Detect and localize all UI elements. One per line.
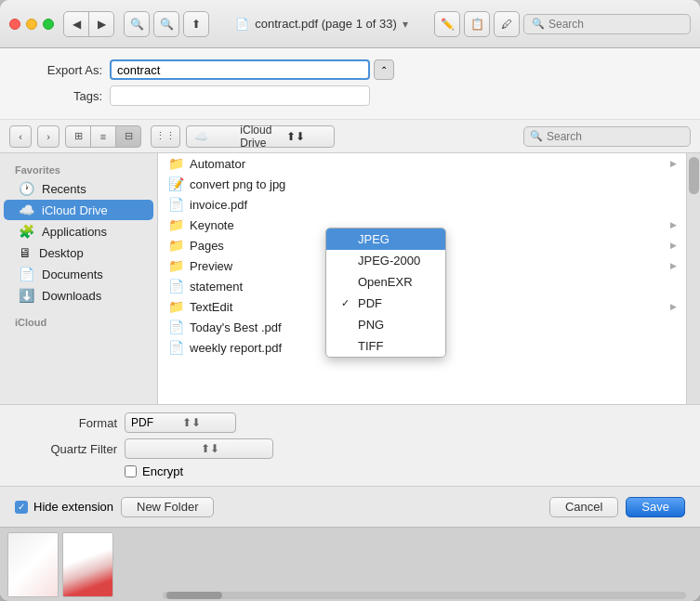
quartz-select[interactable]: ⬆⬇ <box>125 438 273 459</box>
thumb-2[interactable] <box>62 532 113 597</box>
quartz-label: Quartz Filter <box>15 442 117 456</box>
sidebar-item-documents[interactable]: 📄 Documents <box>4 264 153 284</box>
nav-back-button[interactable]: ◀ <box>63 11 89 37</box>
icon-view-button[interactable]: ⊞ <box>65 125 91 148</box>
title-chevron[interactable]: ▾ <box>403 18 408 31</box>
traffic-lights <box>9 19 54 30</box>
sidebar-item-applications[interactable]: 🧩 Applications <box>4 221 153 242</box>
stamp-button[interactable]: 📋 <box>464 11 490 37</box>
gallery-view-button[interactable]: ⋮⋮ <box>151 125 180 148</box>
format-label: PNG <box>358 318 384 332</box>
quartz-row: Quartz Filter ⬆⬇ <box>15 438 685 459</box>
applications-label: Applications <box>42 225 107 239</box>
pages-icon: 📁 <box>167 238 184 253</box>
cancel-button[interactable]: Cancel <box>549 497 618 517</box>
thumb-preview <box>63 533 112 596</box>
minimize-button[interactable] <box>26 19 37 30</box>
file-list: 📁 Automator ▶ 📝 convert png to jpg 📄 inv… <box>158 153 686 404</box>
tags-input[interactable] <box>110 85 370 106</box>
tags-label: Tags: <box>19 89 102 103</box>
pen-tool-button[interactable]: ✏️ <box>434 11 460 37</box>
nav-forward-button[interactable]: ▶ <box>88 11 114 37</box>
file-name: Automator <box>190 157 665 171</box>
documents-label: Documents <box>42 268 103 281</box>
share-button[interactable]: ⬆ <box>183 11 209 37</box>
search-nav-icon: 🔍 <box>530 130 543 142</box>
pdf-file-icon: 📄 <box>167 197 184 212</box>
downloads-label: Downloads <box>42 289 101 303</box>
file-item-automator[interactable]: 📁 Automator ▶ <box>158 153 686 174</box>
save-button[interactable]: Save <box>626 497 685 517</box>
file-item-convert[interactable]: 📝 convert png to jpg <box>158 174 686 194</box>
preview-icon: 📁 <box>167 258 184 273</box>
horizontal-scrollbar[interactable] <box>163 592 686 599</box>
sign-button[interactable]: 🖊 <box>494 11 520 37</box>
desktop-label: Desktop <box>39 246 84 260</box>
file-list-scrollbar[interactable] <box>686 153 700 404</box>
applications-icon: 🧩 <box>19 224 34 239</box>
format-option-openexr[interactable]: OpenEXR <box>326 271 445 293</box>
arrow-icon: ▶ <box>670 220 677 229</box>
location-label: iCloud Drive <box>240 124 280 150</box>
hide-extension-row: ✓ Hide extension <box>15 500 113 514</box>
top-search-bar[interactable]: 🔍 <box>523 14 691 34</box>
format-label: JPEG-2000 <box>358 254 420 268</box>
new-folder-button[interactable]: New Folder <box>121 497 214 517</box>
file-item-invoice[interactable]: 📄 invoice.pdf <box>158 194 686 215</box>
location-dropdown[interactable]: ☁️ iCloud Drive ⬆⬇ <box>186 125 335 148</box>
nav-row: ‹ › ⊞ ≡ ⊟ ⋮⋮ ☁️ iCloud Drive ⬆⬇ 🔍 <box>0 120 700 153</box>
sidebar-item-recents[interactable]: 🕐 Recents <box>4 178 153 199</box>
thumb-1[interactable] <box>7 532 59 597</box>
nav-forward-btn[interactable]: › <box>37 125 59 148</box>
format-option-tiff[interactable]: TIFF <box>326 335 445 357</box>
format-option-png[interactable]: PNG <box>326 314 445 335</box>
sidebar-item-desktop[interactable]: 🖥 Desktop <box>4 242 153 263</box>
format-row: Format PDF ⬆⬇ <box>15 412 685 433</box>
export-chevron-button[interactable]: ⌃ <box>374 59 394 80</box>
sidebar-item-icloud-drive[interactable]: ☁️ iCloud Drive <box>4 200 153 220</box>
documents-icon: 📄 <box>19 267 34 281</box>
nav-search-bar[interactable]: 🔍 <box>523 126 691 147</box>
format-dropdown: JPEG JPEG-2000 OpenEXR PDF PNG <box>325 228 446 358</box>
scrollbar-thumb[interactable] <box>689 157 699 194</box>
column-view-button[interactable]: ⊟ <box>115 125 141 148</box>
quartz-arrows: ⬆⬇ <box>201 442 267 455</box>
pdf-icon3: 📄 <box>167 340 184 355</box>
list-view-button[interactable]: ≡ <box>90 125 116 148</box>
horizontal-scrollbar-thumb[interactable] <box>166 592 222 599</box>
icloud-section-label: iCloud <box>0 313 157 330</box>
statement-icon: 📄 <box>167 279 184 294</box>
sidebar: Favorites 🕐 Recents ☁️ iCloud Drive 🧩 Ap… <box>0 153 158 404</box>
pdf-icon: 📄 <box>235 18 249 31</box>
arrow-icon: ▶ <box>670 302 677 311</box>
maximize-button[interactable] <box>43 19 54 30</box>
downloads-icon: ⬇️ <box>19 288 34 303</box>
icloud-label: iCloud Drive <box>42 203 108 217</box>
format-option-jpeg[interactable]: JPEG <box>326 229 445 250</box>
hide-extension-label: Hide extension <box>33 500 113 514</box>
footer: ✓ Hide extension New Folder Cancel Save <box>0 486 700 527</box>
format-label: Format <box>15 416 117 430</box>
zoom-in-button[interactable]: 🔍 <box>153 11 179 37</box>
format-select[interactable]: PDF ⬆⬇ <box>125 412 236 433</box>
format-option-pdf[interactable]: PDF <box>326 293 445 314</box>
format-option-jpeg2000[interactable]: JPEG-2000 <box>326 250 445 271</box>
hide-extension-checkbox[interactable]: ✓ <box>15 501 28 514</box>
top-search-input[interactable] <box>548 18 682 31</box>
nav-back-btn[interactable]: ‹ <box>9 125 32 148</box>
close-button[interactable] <box>9 19 20 30</box>
export-form: Export As: ⌃ Tags: <box>0 48 700 120</box>
format-arrows: ⬆⬇ <box>182 416 230 429</box>
nav-search-input[interactable] <box>547 130 684 143</box>
main-window: ◀ ▶ 🔍 🔍 ⬆ 📄 contract.pdf (page 1 of 33) … <box>0 0 700 601</box>
zoom-out-button[interactable]: 🔍 <box>124 11 150 37</box>
location-arrows: ⬆⬇ <box>286 130 326 143</box>
encrypt-checkbox[interactable] <box>125 465 137 477</box>
file-name: invoice.pdf <box>190 198 677 212</box>
favorites-label: Favorites <box>0 161 157 177</box>
format-label: TIFF <box>358 339 383 353</box>
export-as-input[interactable] <box>110 59 370 80</box>
sidebar-item-downloads[interactable]: ⬇️ Downloads <box>4 285 153 306</box>
arrow-icon: ▶ <box>670 241 677 250</box>
encrypt-row: Encrypt <box>125 464 685 478</box>
